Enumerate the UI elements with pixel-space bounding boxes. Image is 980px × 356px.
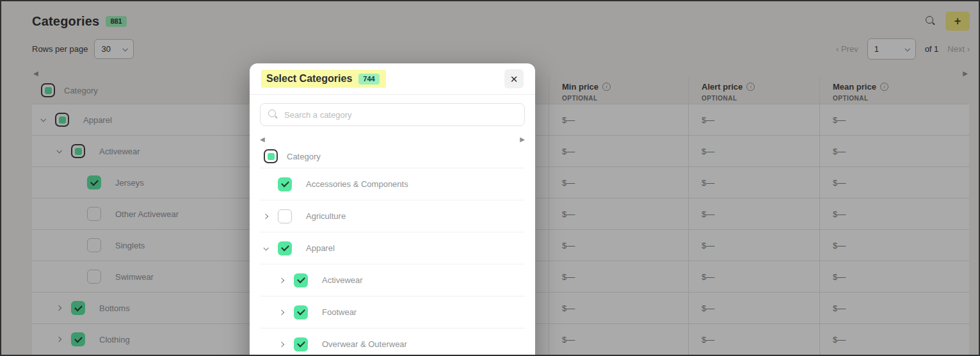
- category-label: Activewear: [322, 275, 363, 285]
- category-checkbox[interactable]: [294, 273, 308, 287]
- tree-row: Footwear: [260, 296, 525, 328]
- select-categories-modal: Select Categories 744 ✕ ◀ ▶ Category Acc…: [250, 63, 535, 356]
- tree-row: Overwear & Outerwear: [260, 328, 525, 356]
- category-checkbox[interactable]: [294, 305, 308, 320]
- scroll-left-icon[interactable]: ◀: [260, 136, 265, 143]
- close-button[interactable]: ✕: [504, 69, 524, 88]
- chevron-right-icon: [263, 213, 268, 218]
- chevron-right-icon: [279, 277, 284, 282]
- tree-header-label: Category: [287, 152, 321, 161]
- tree-row: Activewear: [260, 264, 525, 296]
- expand-toggle[interactable]: [280, 311, 294, 314]
- category-checkbox[interactable]: [278, 177, 292, 191]
- expand-toggle[interactable]: [264, 214, 278, 218]
- category-label: Overwear & Outerwear: [322, 339, 407, 349]
- search-icon: [268, 109, 279, 120]
- modal-category-tree: ◀ ▶ Category Accessories & ComponentsAgr…: [260, 134, 525, 356]
- tree-indent: [264, 312, 280, 312]
- tree-header-row: Category: [260, 145, 525, 168]
- modal-count-badge: 744: [358, 74, 379, 85]
- chevron-right-icon: [279, 341, 284, 346]
- modal-title-highlight: Select Categories 744: [261, 70, 386, 88]
- category-checkbox[interactable]: [278, 209, 292, 223]
- scroll-right-icon[interactable]: ▶: [520, 136, 525, 143]
- expand-toggle[interactable]: [264, 247, 278, 250]
- tree-scroll-arrows: ◀ ▶: [260, 134, 525, 145]
- tree-rows: Accessories & ComponentsAgricultureAppar…: [260, 168, 525, 356]
- chevron-right-icon: [279, 309, 284, 314]
- category-search: [260, 103, 525, 126]
- tree-row: Apparel: [260, 232, 525, 264]
- category-label: Footwear: [322, 307, 357, 317]
- tree-indent: [264, 280, 280, 280]
- expand-toggle[interactable]: [280, 279, 294, 282]
- category-label: Apparel: [306, 243, 335, 253]
- modal-title: Select Categories: [266, 73, 352, 85]
- select-all-checkbox[interactable]: [264, 149, 278, 163]
- chevron-down-icon: [263, 245, 268, 250]
- expand-toggle[interactable]: [280, 343, 294, 346]
- app-window: Categories 881 + Rows per page 30 ‹ Prev…: [0, 0, 980, 356]
- category-checkbox[interactable]: [294, 337, 308, 352]
- tree-indent: [264, 344, 280, 344]
- category-label: Accessories & Components: [306, 179, 408, 189]
- tree-row: Agriculture: [260, 200, 525, 232]
- tree-row: Accessories & Components: [260, 168, 525, 200]
- category-label: Agriculture: [306, 211, 346, 221]
- category-search-input[interactable]: [284, 110, 517, 120]
- category-checkbox[interactable]: [278, 241, 292, 255]
- modal-header: Select Categories 744 ✕: [250, 63, 535, 95]
